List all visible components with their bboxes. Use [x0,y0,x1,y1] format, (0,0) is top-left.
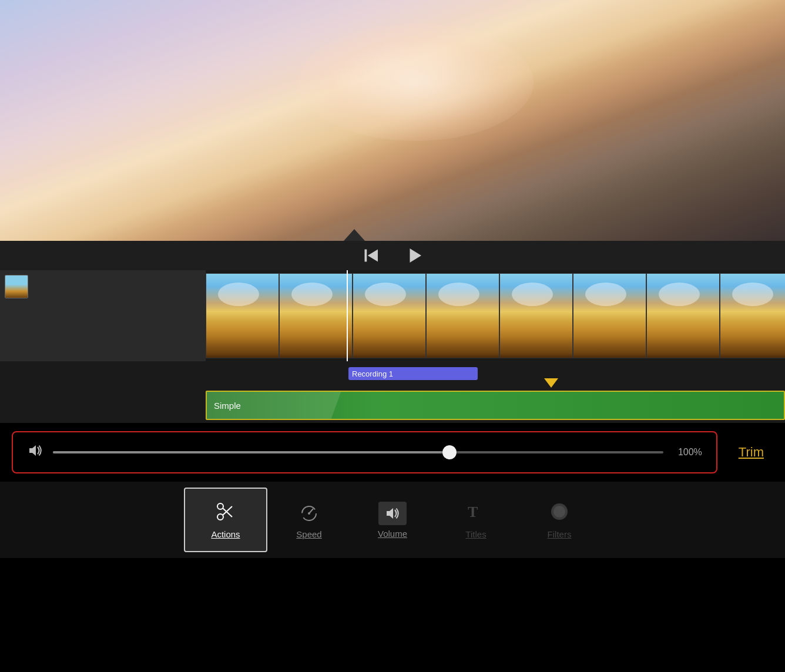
playhead-line [347,270,348,361]
playhead-bottom-indicator [544,378,558,388]
svg-rect-0 [365,250,367,262]
speed-tab[interactable]: Speed [267,488,351,552]
clip-label-area [0,270,206,361]
svg-line-6 [223,508,232,517]
filters-label: Filters [548,529,572,539]
audio-track-row: Recording 1 [206,364,785,388]
bottom-toolbar: Actions Speed Volume [0,482,785,558]
svg-point-10 [308,512,310,515]
clip-frame-4 [426,273,499,358]
trim-button[interactable]: Trim [729,440,773,465]
audio-clip[interactable]: Recording 1 [348,367,478,380]
volume-slider[interactable] [53,451,663,453]
bg-music-clip[interactable]: Simple [206,391,785,420]
bg-music-label: Simple [214,401,241,411]
speaker-icon [27,442,43,462]
volume-box: 100% [12,431,717,473]
titles-label: Titles [465,529,486,539]
filters-icon [548,500,571,526]
clip-strip[interactable] [206,270,785,361]
scissors-icon [214,500,237,526]
titles-tab[interactable]: T Titles [434,488,518,552]
audio-clip-label: Recording 1 [352,369,393,378]
clip-thumbnail [5,275,28,298]
svg-point-4 [217,503,223,509]
clip-frame-6 [573,273,646,358]
video-preview [0,0,785,241]
sky-background [0,0,785,241]
svg-point-5 [217,514,223,520]
transport-controls [0,241,785,270]
clip-frame-3 [353,273,426,358]
volume-icon [378,502,407,525]
volume-percentage: 100% [673,447,702,458]
speed-label: Speed [296,529,321,539]
clip-frame-8 [720,273,785,358]
svg-marker-11 [387,508,393,519]
svg-point-14 [553,506,565,518]
filters-tab[interactable]: Filters [518,488,601,552]
volume-label: Volume [378,529,407,539]
gauge-icon [298,500,320,526]
clip-frames [206,273,785,358]
play-button[interactable] [401,243,427,268]
clip-strip-row [0,270,785,364]
actions-label: Actions [211,529,240,539]
svg-marker-1 [368,250,378,262]
timeline-area: Recording 1 Simple [0,241,785,423]
svg-text:T: T [468,503,478,520]
volume-slider-thumb[interactable] [442,445,457,459]
svg-marker-2 [410,248,422,263]
bg-music-row: Simple [206,388,785,423]
titles-icon: T [465,500,487,526]
skip-begin-button[interactable] [358,243,384,268]
clip-frame-7 [646,273,720,358]
trim-label: Trim [739,445,764,459]
svg-line-7 [223,506,232,515]
volume-tab[interactable]: Volume [351,488,434,552]
actions-tab[interactable]: Actions [184,488,267,552]
clip-frame-5 [499,273,573,358]
svg-marker-3 [29,445,36,456]
volume-slider-fill [53,451,449,453]
clip-frame-1 [206,273,279,358]
clip-frame-2 [279,273,353,358]
playhead-top-indicator [344,229,365,241]
volume-trim-panel: 100% Trim [0,423,785,482]
